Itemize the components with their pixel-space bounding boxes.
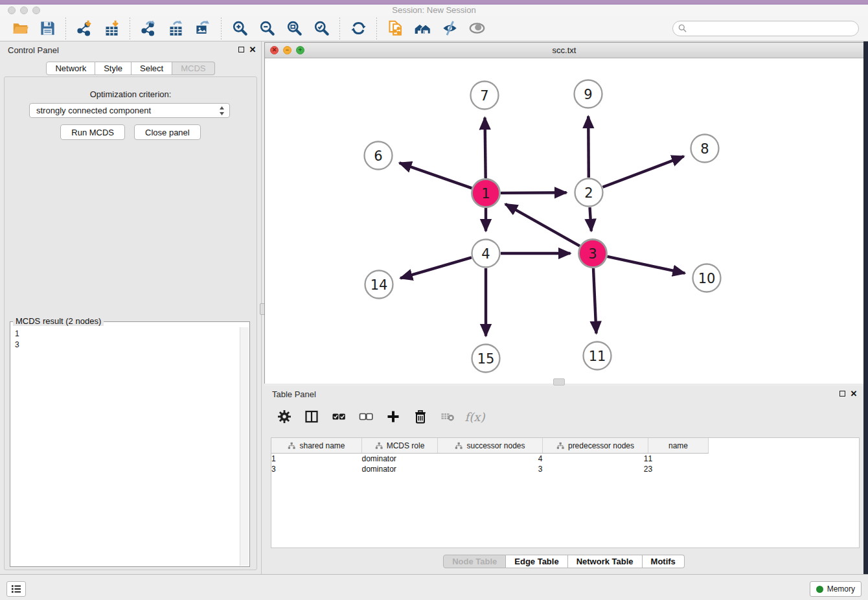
toolbar-separator (376, 17, 377, 40)
main-area: Control Panel ✕ NetworkStyleSelectMCDS O… (0, 41, 868, 574)
select-all-button[interactable] (330, 408, 347, 425)
cell[interactable]: 3 (271, 464, 362, 474)
search-input[interactable] (690, 23, 853, 34)
column-header-MCDS-role[interactable]: MCDS role (362, 438, 438, 454)
column-header-name[interactable]: name (648, 438, 709, 454)
node-8[interactable]: 8 (691, 135, 719, 163)
toggle-panel-button[interactable] (303, 408, 320, 425)
zoom-in-button[interactable] (228, 17, 251, 40)
column-header-successor-nodes[interactable]: successor nodes (438, 438, 543, 454)
edge-3-11[interactable] (593, 268, 597, 334)
open-session-button[interactable] (8, 17, 32, 40)
export-table-button[interactable] (164, 17, 187, 40)
table-options-gear-button[interactable] (276, 408, 293, 425)
node-label: 8 (700, 141, 709, 157)
cell[interactable]: 3 (438, 464, 543, 474)
cell[interactable]: dominator (362, 464, 438, 474)
column-header-shared-name[interactable]: shared name (271, 438, 362, 454)
edge-4-14[interactable] (400, 257, 472, 278)
cell[interactable]: 4 (438, 454, 543, 465)
edge-1-2[interactable] (501, 192, 567, 193)
hide-details-icon (441, 19, 459, 37)
node-10[interactable]: 10 (693, 264, 721, 292)
delete-table-button[interactable] (439, 408, 456, 425)
cell[interactable]: 1 (648, 454, 709, 465)
home-button[interactable] (411, 17, 434, 40)
table-row[interactable]: 1dominator411 (271, 454, 710, 465)
toggle-panel-icon (304, 410, 319, 424)
criterion-dropdown[interactable]: strongly connected component (29, 103, 230, 118)
table-panel-header: Table Panel ✕ (264, 386, 863, 402)
refresh-button[interactable] (347, 17, 370, 40)
float-panel-icon[interactable] (236, 45, 246, 54)
export-image-button[interactable] (191, 17, 214, 40)
node-14[interactable]: 14 (365, 271, 393, 299)
cell[interactable]: 1 (543, 454, 648, 465)
export-network-button[interactable] (137, 17, 160, 40)
search-field[interactable] (672, 21, 859, 36)
delete-column-trash-button[interactable] (412, 408, 429, 425)
cell[interactable]: 2 (543, 464, 648, 474)
hide-details-button[interactable] (438, 17, 461, 40)
network-file-button[interactable] (383, 17, 407, 40)
tab-mcds[interactable]: MCDS (172, 62, 214, 75)
row-filler (709, 464, 711, 474)
deselect-all-button[interactable] (358, 408, 374, 425)
zoom-fit-button[interactable] (282, 17, 306, 40)
node-9[interactable]: 9 (575, 80, 602, 108)
float-table-panel-icon[interactable] (838, 389, 847, 398)
column-header-predecessor-nodes[interactable]: predecessor nodes (543, 438, 648, 454)
edge-3-1[interactable] (505, 204, 580, 246)
edge-1-7[interactable] (485, 118, 486, 179)
tab-style[interactable]: Style (95, 62, 131, 75)
mcds-buttons-row: Run MCDS Close panel (5, 124, 257, 140)
memory-button[interactable]: Memory (810, 581, 862, 597)
node-4[interactable]: 4 (472, 240, 500, 268)
table-row[interactable]: 3dominator323 (271, 464, 710, 474)
overview-eye-button[interactable] (465, 17, 488, 40)
tab-network[interactable]: Network (46, 62, 95, 75)
function-builder-fx-button[interactable]: f(x) (466, 408, 483, 425)
tab-motifs[interactable]: Motifs (643, 555, 685, 568)
node-11[interactable]: 11 (584, 342, 611, 370)
task-history-button[interactable] (6, 581, 26, 597)
add-column-button[interactable] (385, 408, 402, 425)
edge-2-3[interactable] (590, 207, 591, 231)
run-mcds-button[interactable]: Run MCDS (60, 124, 125, 140)
node-6[interactable]: 6 (365, 142, 393, 170)
save-session-button[interactable] (36, 17, 59, 40)
close-panel-button[interactable]: Close panel (134, 124, 201, 140)
control-panel-tabs: NetworkStyleSelectMCDS (0, 62, 261, 75)
tab-select[interactable]: Select (131, 62, 172, 75)
node-2[interactable]: 2 (575, 179, 603, 207)
edge-2-9[interactable] (588, 117, 589, 178)
node-3[interactable]: 3 (579, 240, 607, 268)
tab-node-table[interactable]: Node Table (443, 555, 506, 568)
zoom-out-button[interactable] (255, 17, 279, 40)
edge-2-8[interactable] (603, 156, 684, 187)
close-panel-icon[interactable]: ✕ (248, 45, 257, 54)
tab-network-table[interactable]: Network Table (568, 555, 643, 568)
node-label: 11 (589, 349, 606, 364)
import-table-button[interactable] (100, 17, 123, 40)
result-scrollbar[interactable] (240, 327, 249, 566)
node-7[interactable]: 7 (471, 82, 499, 110)
cell[interactable]: 1 (271, 454, 362, 465)
cell[interactable]: 3 (648, 464, 709, 474)
dropdown-stepper-icon (219, 106, 225, 118)
node-label: 2 (584, 185, 593, 201)
network-canvas[interactable]: 7968124314101511 (265, 58, 863, 384)
node-1[interactable]: 1 (472, 179, 500, 207)
import-network-button[interactable] (73, 17, 96, 40)
tab-edge-table[interactable]: Edge Table (506, 555, 567, 568)
edge-1-6[interactable] (400, 163, 472, 188)
cell[interactable]: dominator (362, 454, 438, 465)
splitter-handle-horizontal[interactable] (553, 378, 565, 386)
network-window-titlebar[interactable]: scc.txt ✕ − + (265, 43, 863, 58)
edge-3-10[interactable] (608, 257, 685, 273)
close-table-panel-icon[interactable]: ✕ (849, 389, 858, 398)
node-15[interactable]: 15 (472, 345, 500, 373)
mcds-result-textarea[interactable]: 13 (11, 327, 240, 566)
zoom-selected-button[interactable] (310, 17, 333, 40)
open-session-icon (12, 19, 29, 37)
